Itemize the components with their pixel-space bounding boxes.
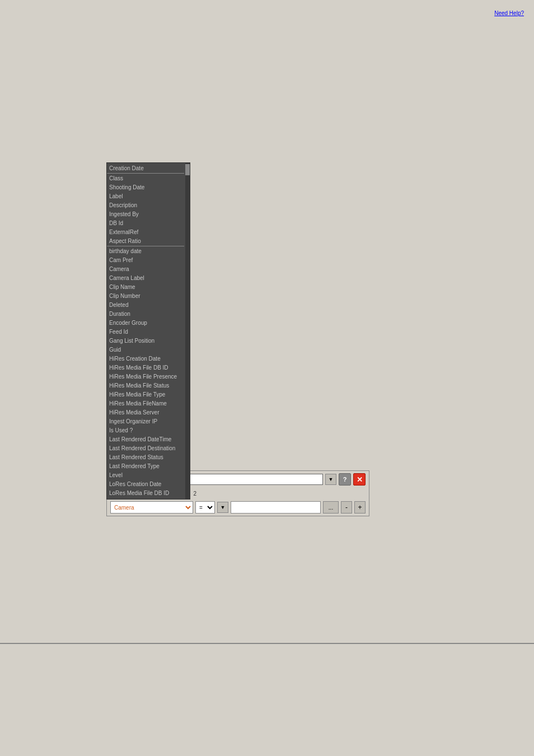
help-button[interactable]: ? [339, 473, 351, 486]
list-item[interactable]: Deleted [107, 301, 184, 310]
list-item[interactable]: HiRes Media File Type [107, 390, 184, 399]
bottom-divider [0, 643, 534, 644]
list-item[interactable]: birthday date [107, 247, 184, 256]
arrow-icon2: ▼ [221, 505, 226, 510]
list-item[interactable]: Shooting Date [107, 183, 184, 192]
list-item[interactable]: Guid [107, 346, 184, 354]
list-item[interactable]: HiRes Media File Presence [107, 372, 184, 381]
list-item[interactable]: Encoder Group [107, 319, 184, 328]
help-link[interactable]: Need Help? [494, 10, 524, 16]
list-item[interactable]: LoRes Media File DB ID [107, 489, 184, 498]
list-item[interactable]: Aspect Ratio [107, 237, 184, 246]
list-item[interactable]: Feed Id [107, 328, 184, 337]
list-item[interactable]: Duration [107, 310, 184, 319]
list-item[interactable]: Level [107, 471, 184, 480]
value-input[interactable] [231, 501, 321, 514]
list-item[interactable]: Last Rendered DateTime [107, 435, 184, 444]
list-item[interactable]: Description [107, 201, 184, 210]
operator-dropdown-arrow[interactable]: ▼ [217, 502, 228, 513]
operator-select[interactable]: = != < > contains [195, 501, 215, 514]
list-item[interactable]: Is Used ? [107, 426, 184, 435]
list-item[interactable]: HiRes Media Server [107, 408, 184, 417]
close-button[interactable]: ✕ [353, 473, 366, 486]
list-item[interactable]: Gang List Position [107, 337, 184, 346]
list-item[interactable]: Clip Name [107, 283, 184, 292]
dropdown-list-panel: Creation DateClassShooting DateLabelDesc… [106, 162, 190, 500]
criteria-num2: 2 [191, 491, 199, 497]
add-criteria-button[interactable]: + [354, 501, 366, 514]
list-item[interactable]: Camera Label [107, 274, 184, 283]
browse-button[interactable]: ... [323, 501, 339, 514]
field-select[interactable]: Camerabirthday dateCam PrefCameraCamera … [110, 501, 193, 514]
list-item[interactable]: Camera [107, 265, 184, 274]
list-item[interactable]: HiRes Media File DB ID [107, 363, 184, 372]
list-item[interactable]: Class [107, 174, 184, 183]
list-item[interactable]: LoRes Creation Date [107, 480, 184, 489]
remove-criteria-button[interactable]: - [341, 501, 352, 514]
list-item[interactable]: Last Rendered Type [107, 462, 184, 471]
list-item[interactable]: HiRes Media File Status [107, 381, 184, 390]
list-item[interactable]: DB Id [107, 219, 184, 228]
list-item[interactable]: Ingest Organizer IP [107, 417, 184, 426]
list-item[interactable]: HiRes Media FileName [107, 399, 184, 408]
list-item[interactable]: HiRes Creation Date [107, 354, 184, 363]
scrollbar[interactable] [185, 163, 190, 499]
list-item[interactable]: Last Rendered Destination [107, 444, 184, 453]
list-item[interactable]: Last Rendered Status [107, 453, 184, 462]
list-item[interactable]: Clip Number [107, 292, 184, 301]
scroll-thumb[interactable] [185, 164, 190, 175]
arrow-icon: ▼ [329, 477, 334, 482]
list-item[interactable]: ExternalRef [107, 228, 184, 237]
search-dropdown-arrow[interactable]: ▼ [325, 474, 336, 485]
list-item[interactable]: Creation Date [107, 164, 184, 174]
field-list: Creation DateClassShooting DateLabelDesc… [107, 163, 190, 499]
list-item[interactable]: Label [107, 192, 184, 201]
list-item[interactable]: Ingested By [107, 210, 184, 219]
list-item[interactable]: Cam Pref [107, 256, 184, 265]
